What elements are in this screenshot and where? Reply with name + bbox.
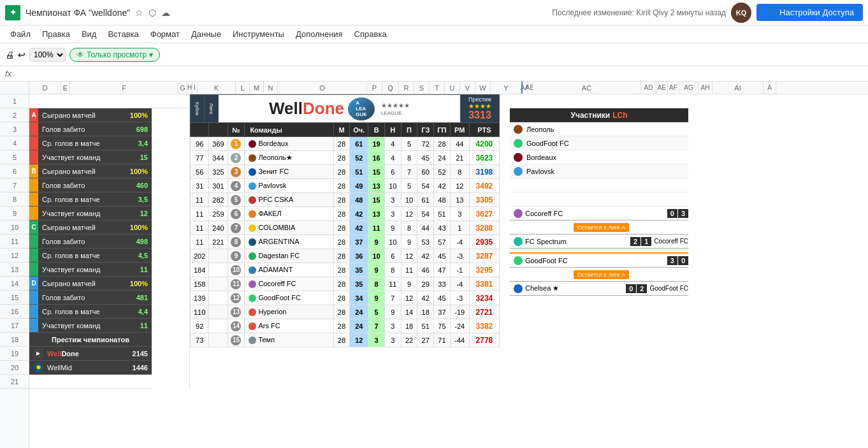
pos-val: 4 xyxy=(228,179,245,193)
w-val: 16 xyxy=(368,151,385,165)
view-mode-button[interactable]: 👁 Только просмотр ▾ xyxy=(69,48,160,62)
cup-val: 92 xyxy=(191,319,209,333)
oc-val: 24 xyxy=(350,319,368,333)
m-val: 28 xyxy=(333,333,350,347)
row-5: 5 xyxy=(0,150,29,164)
pos-val: 3 xyxy=(228,165,245,179)
menu-tools[interactable]: Инструменты xyxy=(228,28,289,40)
gp-val: 24 xyxy=(434,151,451,165)
pts-val: 2778 xyxy=(469,333,499,347)
participant-1: Леополь xyxy=(526,126,554,133)
prestige-stars: ★★★★ xyxy=(468,103,491,110)
participant-4: Pavlovsk xyxy=(526,168,554,175)
last-change-text: Последнее изменение: Kirill Qivy 2 минут… xyxy=(552,8,726,17)
liga-val xyxy=(209,305,228,319)
liga-val: 282 xyxy=(209,193,228,207)
row-19: 19 xyxy=(0,347,29,361)
w-val: 11 xyxy=(368,221,385,235)
col-h[interactable]: H xyxy=(187,82,192,94)
gz-val: 46 xyxy=(417,263,434,277)
cup-val: 202 xyxy=(191,249,209,263)
menu-data[interactable]: Данные xyxy=(186,28,226,40)
liga-val xyxy=(209,249,228,263)
w-val: 15 xyxy=(368,165,385,179)
gp-val: 47 xyxy=(434,263,451,277)
gz-val: 18 xyxy=(417,305,434,319)
group-c-stat2-label: Голов забито xyxy=(42,238,85,245)
app-icon: ✦ xyxy=(5,5,20,20)
pts-val: 3492 xyxy=(469,179,499,193)
col-f[interactable]: F xyxy=(70,82,178,94)
menu-extensions[interactable]: Дополнения xyxy=(291,28,348,40)
l-val: 11 xyxy=(401,263,417,277)
cup-val: 11 xyxy=(191,235,209,249)
gz-val: 53 xyxy=(417,235,434,249)
l-val: 12 xyxy=(401,207,417,221)
row-21: 21 xyxy=(0,375,29,389)
prestige-wellmid-value: 1446 xyxy=(133,364,148,372)
table-row: 11 221 8 ARGENTINA 28 37 9 10 9 53 57 -4… xyxy=(191,235,500,249)
goodfoot-stays: GoodFoot FC xyxy=(649,285,688,292)
col-oc-header: Оч. xyxy=(350,123,368,137)
gp-val: 52 xyxy=(434,165,451,179)
menu-view[interactable]: Вид xyxy=(76,28,102,40)
group-d-stat2-label: Голов забито xyxy=(42,294,85,301)
formula-input[interactable] xyxy=(17,69,863,78)
col-d[interactable]: D xyxy=(29,82,61,94)
team-name-val: ARGENTINA xyxy=(245,235,333,249)
menu-help[interactable]: Справка xyxy=(349,28,392,40)
zoom-select[interactable]: 100% xyxy=(29,48,66,62)
rm-val: 3 xyxy=(450,207,469,221)
group-d-stat3-label: Ср. голов в матче xyxy=(42,308,100,315)
top-bar: ✦ Чемпионат ФА "welldone" ☆ ⬡ ☁ Последне… xyxy=(0,0,868,25)
gz-val: 44 xyxy=(417,221,434,235)
menu-edit[interactable]: Правка xyxy=(37,28,75,40)
column-headers: D E F G H I K L M N O P Q R S T U V W Y xyxy=(29,82,868,94)
group-c-stat3-value: 4,5 xyxy=(138,252,148,259)
menu-format[interactable]: Формат xyxy=(145,28,185,40)
oc-val: 36 xyxy=(350,249,368,263)
prestige-welldone-label: WellDone xyxy=(47,350,129,358)
row-9: 9 xyxy=(0,206,29,220)
liga-label: Лига xyxy=(208,103,214,114)
match-team-spectrum: FC Spectrum xyxy=(525,238,630,245)
menu-file[interactable]: Файл xyxy=(5,28,36,40)
col-i[interactable]: I xyxy=(192,82,198,94)
access-button[interactable]: 👤 Настройки Доступа xyxy=(756,4,863,21)
table-row: 11 282 5 PFC CSKA 28 48 15 3 10 61 48 13… xyxy=(191,193,500,207)
team-name-val: Ars FC xyxy=(245,319,333,333)
w-val: 13 xyxy=(368,207,385,221)
col-g[interactable]: G xyxy=(178,82,187,94)
l-val: 12 xyxy=(401,249,417,263)
w-val: 13 xyxy=(368,179,385,193)
eye-icon: 👁 xyxy=(76,50,84,59)
d-val: 9 xyxy=(384,305,401,319)
gp-val: 28 xyxy=(434,137,451,151)
star-icon[interactable]: ☆ xyxy=(135,8,143,18)
undo-button[interactable]: ↩ xyxy=(18,50,25,60)
gp-val: 57 xyxy=(434,235,451,249)
row-20: 20 xyxy=(0,361,29,375)
oc-val: 61 xyxy=(350,137,368,151)
gp-val: 45 xyxy=(434,249,451,263)
menu-insert[interactable]: Вставка xyxy=(103,28,143,40)
participant-3: Bordeaux xyxy=(526,154,556,161)
oc-val: 49 xyxy=(350,179,368,193)
cup-val: 73 xyxy=(191,333,209,347)
d-val: 11 xyxy=(384,277,401,291)
team-name-val: Bordeaux xyxy=(245,137,333,151)
col-gp-header: ГП xyxy=(434,123,451,137)
standings-table: № Команды М Оч. В Н П ГЗ ГП РМ PTS xyxy=(190,122,500,347)
row-18: 18 xyxy=(0,333,29,347)
l-val: 8 xyxy=(401,151,417,165)
team-name-val: Hyperion xyxy=(245,305,333,319)
oc-val: 12 xyxy=(350,333,368,347)
w-val: 9 xyxy=(368,291,385,305)
print-button[interactable]: 🖨 xyxy=(5,50,14,60)
group-b-stat4-value: 12 xyxy=(140,210,148,217)
oc-val: 51 xyxy=(350,165,368,179)
col-e[interactable]: E xyxy=(61,82,70,94)
pos-val: 12 xyxy=(228,291,245,305)
pos-val: 13 xyxy=(228,305,245,319)
w-val: 10 xyxy=(368,249,385,263)
